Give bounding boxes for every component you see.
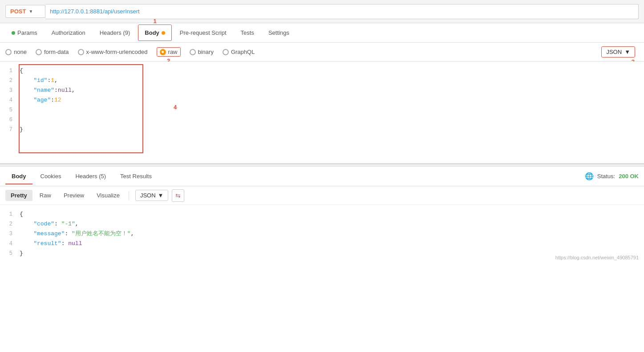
resp-line-4: 4 "result": null: [7, 239, 637, 249]
tab-headers[interactable]: Headers (9): [93, 25, 137, 41]
form-data-radio[interactable]: [36, 49, 42, 55]
req-line-1: 1 {: [7, 66, 637, 76]
resp-line-5: 5 }: [7, 249, 637, 258]
resp-line-1: 1 {: [7, 209, 637, 219]
graphql-radio[interactable]: [223, 49, 229, 55]
fmt-raw[interactable]: Raw: [34, 190, 57, 201]
tab-body-label: Body: [145, 29, 159, 36]
status-label: Status:: [597, 173, 615, 180]
annotation-1: 1: [153, 18, 156, 25]
req-line-3: 3 "name":null,: [7, 86, 637, 95]
tab-params[interactable]: Params: [5, 25, 44, 41]
resp-json-select[interactable]: JSON ▼: [135, 190, 169, 201]
resp-tab-cookies-label: Cookies: [41, 173, 61, 180]
req-line-7: 7 }: [7, 125, 637, 135]
option-none[interactable]: none: [5, 49, 27, 55]
resp-tab-headers[interactable]: Headers (5): [69, 168, 112, 184]
option-raw[interactable]: raw: [160, 49, 178, 55]
body-dot: [162, 31, 165, 35]
resp-tab-body[interactable]: Body: [5, 168, 32, 184]
response-tabs-row: Body Cookies Headers (5) Test Results 🌐 …: [0, 167, 644, 186]
annotation-4: 4: [174, 104, 177, 111]
response-editor: 1 { 2 "code": "-1", 3 "message": "用户姓名不能…: [0, 205, 644, 263]
resp-tab-headers-label: Headers (5): [75, 173, 106, 180]
fmt-visualize[interactable]: Visualize: [91, 190, 125, 201]
option-binary[interactable]: binary: [190, 49, 214, 55]
url-input[interactable]: [45, 4, 639, 19]
resp-line-2: 2 "code": "-1",: [7, 219, 637, 229]
resp-json-dropdown-icon: ▼: [158, 192, 164, 199]
resp-tab-body-label: Body: [12, 173, 26, 180]
form-data-label: form-data: [44, 49, 69, 55]
resp-tab-test-results-label: Test Results: [120, 173, 152, 180]
resp-tab-cookies[interactable]: Cookies: [34, 168, 68, 184]
fmt-preview[interactable]: Preview: [58, 190, 89, 201]
method-label: POST: [10, 8, 26, 15]
tab-tests-label: Tests: [241, 29, 254, 36]
tab-pre-request[interactable]: Pre-request Script: [174, 25, 233, 41]
request-editor: 4 1 { 2 "id":1, 3 "name":null, 4 "age":1…: [0, 61, 644, 164]
req-line-4: 4 "age":12: [7, 95, 637, 105]
resp-json-label: JSON: [140, 192, 156, 199]
json-dropdown-icon: ▼: [624, 49, 630, 55]
resp-tab-test-results[interactable]: Test Results: [114, 168, 158, 184]
option-graphql[interactable]: GraphQL: [223, 49, 255, 55]
format-separator: [129, 191, 129, 200]
tab-authorization[interactable]: Authorization: [45, 25, 92, 41]
urlencoded-radio[interactable]: [78, 49, 84, 55]
none-label: none: [14, 49, 27, 55]
option-form-data[interactable]: form-data: [36, 49, 69, 55]
body-options-row: none form-data x-www-form-urlencoded raw…: [0, 43, 644, 61]
tab-headers-label: Headers (9): [100, 29, 130, 36]
tab-authorization-label: Authorization: [52, 29, 85, 36]
wrap-icon-symbol: ⇆: [175, 192, 181, 199]
json-type-label: JSON: [606, 49, 622, 55]
urlencoded-label: x-www-form-urlencoded: [86, 49, 148, 55]
tab-settings[interactable]: Settings: [262, 25, 296, 41]
watermark: https://blog.csdn.net/weixin_49085791: [555, 255, 639, 260]
json-type-select[interactable]: JSON ▼ 3: [601, 46, 635, 57]
req-line-2: 2 "id":1,: [7, 76, 637, 86]
req-line-5: 5: [7, 105, 637, 115]
tab-body[interactable]: Body 1: [138, 25, 172, 41]
status-area: 🌐 Status: 200 OK: [585, 172, 639, 180]
response-code-block[interactable]: 1 { 2 "code": "-1", 3 "message": "用户姓名不能…: [0, 209, 644, 258]
req-line-6: 6: [7, 115, 637, 125]
resp-line-3: 3 "message": "用户姓名不能为空！",: [7, 229, 637, 239]
binary-label: binary: [198, 49, 214, 55]
request-code-block[interactable]: 1 { 2 "id":1, 3 "name":null, 4 "age":12 …: [0, 66, 644, 135]
raw-radio[interactable]: [160, 49, 166, 55]
raw-label: raw: [168, 49, 178, 55]
none-radio[interactable]: [5, 49, 12, 55]
wrap-icon[interactable]: ⇆: [172, 189, 184, 202]
binary-radio[interactable]: [190, 49, 196, 55]
option-urlencoded[interactable]: x-www-form-urlencoded: [78, 49, 148, 55]
tab-tests[interactable]: Tests: [235, 25, 260, 41]
status-value: 200 OK: [619, 173, 639, 180]
params-dot: [12, 31, 15, 35]
option-raw-box[interactable]: raw 2: [157, 47, 181, 57]
tab-params-label: Params: [17, 29, 37, 36]
url-bar: POST ▼: [0, 0, 644, 23]
tab-settings-label: Settings: [268, 29, 289, 36]
method-chevron-icon: ▼: [28, 9, 33, 14]
fmt-pretty[interactable]: Pretty: [5, 190, 32, 201]
graphql-label: GraphQL: [231, 49, 255, 55]
request-tabs-row: Params Authorization Headers (9) Body 1 …: [0, 23, 644, 43]
response-format-row: Pretty Raw Preview Visualize JSON ▼ ⇆: [0, 186, 644, 205]
globe-icon: 🌐: [585, 172, 594, 180]
method-select[interactable]: POST ▼: [5, 5, 45, 18]
tab-pre-request-label: Pre-request Script: [180, 29, 227, 36]
